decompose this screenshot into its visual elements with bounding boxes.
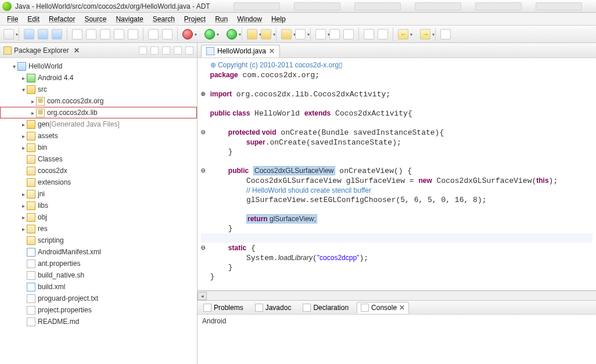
- tab-console[interactable]: Console✕: [357, 302, 409, 313]
- editor-body[interactable]: ⊕ Copyright (c) 2010-2011 cocos2d-x.org▯…: [198, 58, 596, 291]
- tab-problems[interactable]: Problems: [200, 302, 247, 313]
- new-button[interactable]: [3, 29, 14, 39]
- menu-project[interactable]: Project: [181, 14, 209, 24]
- adb-button[interactable]: [114, 29, 124, 39]
- minimize-button[interactable]: [174, 46, 182, 55]
- menu-window[interactable]: Window: [234, 14, 265, 24]
- tree-item[interactable]: build.xml: [0, 281, 197, 293]
- expander-icon[interactable]: ▸: [20, 214, 27, 221]
- close-icon[interactable]: ✕: [399, 304, 405, 312]
- check-button[interactable]: [148, 29, 159, 39]
- camera-icon[interactable]: [162, 29, 173, 39]
- run-button[interactable]: [204, 29, 215, 39]
- tree-item[interactable]: ▸assets: [0, 130, 197, 142]
- tree-item[interactable]: project.properties: [0, 304, 197, 316]
- save-button[interactable]: [24, 29, 34, 39]
- outline-button[interactable]: [329, 29, 340, 39]
- tree-item[interactable]: ant.properties: [0, 258, 197, 269]
- tree-item[interactable]: Classes: [0, 153, 197, 165]
- menu-refactor[interactable]: Refactor: [45, 14, 78, 24]
- expander-icon[interactable]: ▸: [20, 75, 27, 81]
- package-explorer-header: Package Explorer ✕: [0, 43, 197, 58]
- tree-item[interactable]: ▸obj: [0, 211, 197, 223]
- perspective-button[interactable]: [440, 29, 451, 39]
- menu-search[interactable]: Search: [149, 14, 178, 24]
- new-folder-button[interactable]: [281, 29, 292, 39]
- tree-item[interactable]: extensions: [0, 176, 197, 188]
- tree-item-label: gen: [38, 120, 49, 128]
- sdk-manager-button[interactable]: [72, 29, 82, 39]
- tree-item[interactable]: AndroidManifest.xml: [0, 246, 197, 258]
- close-icon[interactable]: ✕: [269, 47, 275, 55]
- pin-button[interactable]: [364, 29, 374, 39]
- file-icon: [27, 260, 35, 268]
- tree-item-label: com.cocos2dx.org: [47, 97, 103, 105]
- java-file-icon: [206, 47, 214, 55]
- menu-file[interactable]: File: [3, 14, 21, 24]
- title-bar: Java - HelloWorld/src/com/cocos2dx/org/H…: [0, 0, 596, 13]
- refresh-button[interactable]: [378, 29, 388, 39]
- expander-icon[interactable]: ▸: [29, 98, 36, 104]
- tab-declaration[interactable]: Declaration: [299, 302, 352, 313]
- expander-icon[interactable]: ▸: [20, 145, 27, 151]
- run-last-button[interactable]: [227, 29, 237, 39]
- debug-button[interactable]: [182, 29, 193, 39]
- maximize-button[interactable]: [185, 46, 193, 55]
- editor-horizontal-scrollbar[interactable]: ◂: [198, 291, 596, 300]
- expander-icon[interactable]: ▸: [20, 191, 27, 197]
- expander-icon[interactable]: ▸: [20, 133, 27, 139]
- forward-button[interactable]: [420, 29, 430, 39]
- collapse-all-button[interactable]: [139, 46, 147, 55]
- wizard-button[interactable]: [295, 29, 306, 39]
- tree-item[interactable]: ▸Android 4.4: [0, 72, 197, 84]
- ndk-button[interactable]: [128, 29, 138, 39]
- tree-item[interactable]: ▾HelloWorld: [0, 60, 197, 72]
- tree-item[interactable]: ▸res: [0, 223, 197, 235]
- expander-icon[interactable]: ▸: [20, 226, 27, 232]
- view-menu-button[interactable]: [162, 46, 170, 55]
- tasks-button[interactable]: [343, 29, 354, 39]
- bottom-tab-bar: Problems Javadoc Declaration Console✕: [198, 301, 596, 315]
- tab-javadoc[interactable]: Javadoc: [252, 302, 295, 313]
- expander-icon[interactable]: ▾: [20, 87, 27, 93]
- tree-item-label: org.cocos2dx.lib: [47, 109, 98, 117]
- tree-item[interactable]: ▸com.cocos2dx.org: [0, 95, 197, 107]
- file-icon: [27, 306, 35, 315]
- tree-item[interactable]: ▾src: [0, 84, 197, 95]
- expander-icon[interactable]: ▸: [29, 110, 36, 116]
- tree-item[interactable]: ▸gen [Generated Java Files]: [0, 118, 197, 130]
- scroll-left-button[interactable]: ◂: [198, 292, 207, 300]
- expander-icon[interactable]: ▾: [10, 63, 17, 70]
- save-all-button[interactable]: [38, 29, 48, 39]
- tree-item[interactable]: proguard-project.txt: [0, 293, 197, 304]
- tree-item-label: AndroidManifest.xml: [38, 248, 101, 256]
- menu-source[interactable]: Source: [81, 14, 110, 24]
- save-as-button[interactable]: [52, 29, 62, 39]
- tree-item[interactable]: ▸org.cocos2dx.lib: [0, 107, 197, 118]
- tree-item[interactable]: README.md: [0, 316, 197, 327]
- expander-icon[interactable]: ▸: [20, 121, 27, 128]
- avd-manager-button[interactable]: [86, 29, 96, 39]
- expander-icon[interactable]: ▸: [20, 203, 27, 209]
- menu-run[interactable]: Run: [211, 14, 231, 24]
- close-icon[interactable]: ✕: [74, 46, 80, 55]
- tree-item[interactable]: ▸libs: [0, 200, 197, 211]
- tree-item[interactable]: ▸bin: [0, 142, 197, 153]
- tree-item[interactable]: ▸jni: [0, 188, 197, 200]
- back-button[interactable]: [398, 29, 408, 39]
- tree-item[interactable]: scripting: [0, 235, 197, 246]
- menu-navigate[interactable]: Navigate: [112, 14, 146, 24]
- new-class-button[interactable]: [261, 29, 271, 39]
- code-editor[interactable]: ⊕ Copyright (c) 2010-2011 cocos2d-x.org▯…: [198, 58, 596, 290]
- menu-edit[interactable]: Edit: [24, 14, 43, 24]
- link-editor-button[interactable]: [150, 46, 159, 55]
- lint-button[interactable]: [100, 29, 110, 39]
- editor-tab-helloworld[interactable]: HelloWorld.java ✕: [201, 45, 280, 57]
- menu-help[interactable]: Help: [268, 14, 289, 24]
- console-output[interactable]: Android: [198, 315, 596, 364]
- project-tree[interactable]: ▾HelloWorld▸Android 4.4▾src▸com.cocos2dx…: [0, 58, 197, 364]
- tree-item[interactable]: cocos2dx: [0, 165, 197, 176]
- new-package-button[interactable]: [247, 29, 257, 39]
- search-button[interactable]: [315, 29, 326, 39]
- tree-item[interactable]: build_native.sh: [0, 269, 197, 281]
